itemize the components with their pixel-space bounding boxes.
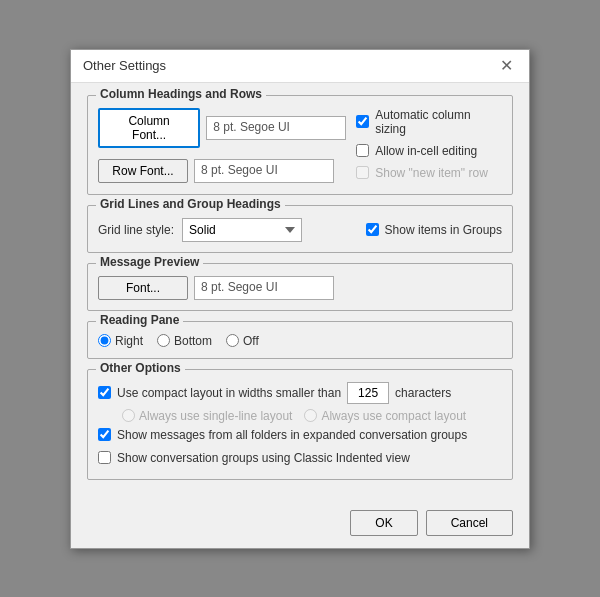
message-preview-font-row: Font... 8 pt. Segoe UI: [98, 276, 502, 300]
other-options-section: Other Options Use compact layout in widt…: [87, 369, 513, 480]
title-bar: Other Settings ✕: [71, 50, 529, 83]
show-classic-row: Show conversation groups using Classic I…: [98, 451, 502, 465]
reading-pane-right-label: Right: [115, 334, 143, 348]
auto-sizing-row: Automatic column sizing: [356, 108, 502, 136]
row-font-value: 8 pt. Segoe UI: [194, 159, 334, 183]
ok-button[interactable]: OK: [350, 510, 417, 536]
compact-layout-row: Use compact layout in widths smaller tha…: [98, 382, 502, 404]
grid-lines-label: Grid Lines and Group Headings: [96, 197, 285, 211]
column-headings-content: Column Font... 8 pt. Segoe UI Row Font..…: [98, 108, 502, 184]
message-preview-font-button[interactable]: Font...: [98, 276, 188, 300]
auto-sizing-checkbox[interactable]: [356, 115, 369, 128]
single-line-label: Always use single-line layout: [139, 409, 292, 423]
column-headings-label: Column Headings and Rows: [96, 87, 266, 101]
single-line-item: Always use single-line layout: [122, 409, 292, 423]
new-item-row-label: Show "new item" row: [375, 166, 488, 180]
reading-pane-radio-row: Right Bottom Off: [98, 334, 502, 348]
reading-pane-bottom-label: Bottom: [174, 334, 212, 348]
heading-checkboxes-col: Automatic column sizing Allow in-cell ed…: [356, 108, 502, 184]
show-classic-checkbox[interactable]: [98, 451, 111, 464]
reading-pane-right-radio[interactable]: [98, 334, 111, 347]
dialog-title: Other Settings: [83, 58, 166, 73]
new-item-row-row: Show "new item" row: [356, 166, 502, 180]
reading-pane-bottom-radio[interactable]: [157, 334, 170, 347]
new-item-row-checkbox[interactable]: [356, 166, 369, 179]
grid-lines-section: Grid Lines and Group Headings Grid line …: [87, 205, 513, 253]
show-messages-row: Show messages from all folders in expand…: [98, 428, 502, 442]
grid-line-style-label: Grid line style:: [98, 223, 174, 237]
layout-sub-radio-row: Always use single-line layout Always use…: [98, 409, 502, 423]
font-buttons-col: Column Font... 8 pt. Segoe UI Row Font..…: [98, 108, 346, 183]
reading-pane-off-label: Off: [243, 334, 259, 348]
compact-layout2-radio[interactable]: [304, 409, 317, 422]
reading-pane-off-radio[interactable]: [226, 334, 239, 347]
close-button[interactable]: ✕: [496, 58, 517, 74]
dialog-content: Column Headings and Rows Column Font... …: [71, 83, 529, 502]
compact-layout2-item: Always use compact layout: [304, 409, 466, 423]
other-options-label: Other Options: [96, 361, 185, 375]
other-options-content: Use compact layout in widths smaller tha…: [98, 382, 502, 469]
in-cell-editing-checkbox[interactable]: [356, 144, 369, 157]
in-cell-editing-row: Allow in-cell editing: [356, 144, 502, 158]
reading-pane-off-item: Off: [226, 334, 259, 348]
reading-pane-content: Right Bottom Off: [98, 334, 502, 348]
show-in-groups-row: Show items in Groups: [366, 223, 502, 237]
dialog-footer: OK Cancel: [71, 502, 529, 548]
show-in-groups-label: Show items in Groups: [385, 223, 502, 237]
reading-pane-section: Reading Pane Right Bottom Off: [87, 321, 513, 359]
column-font-button[interactable]: Column Font...: [98, 108, 200, 148]
message-preview-label: Message Preview: [96, 255, 203, 269]
row-font-button[interactable]: Row Font...: [98, 159, 188, 183]
message-preview-font-value: 8 pt. Segoe UI: [194, 276, 334, 300]
compact-layout-after-label: characters: [395, 386, 451, 400]
other-settings-dialog: Other Settings ✕ Column Headings and Row…: [70, 49, 530, 549]
column-headings-section: Column Headings and Rows Column Font... …: [87, 95, 513, 195]
grid-line-style-row: Grid line style: Solid None Dashed: [98, 218, 302, 242]
show-messages-label: Show messages from all folders in expand…: [117, 428, 467, 442]
show-messages-checkbox[interactable]: [98, 428, 111, 441]
auto-sizing-label: Automatic column sizing: [375, 108, 502, 136]
compact-layout-value-input[interactable]: [347, 382, 389, 404]
compact-layout-before-label: Use compact layout in widths smaller tha…: [117, 386, 341, 400]
show-classic-label: Show conversation groups using Classic I…: [117, 451, 410, 465]
row-font-row: Row Font... 8 pt. Segoe UI: [98, 159, 346, 183]
compact-layout2-label: Always use compact layout: [321, 409, 466, 423]
cancel-button[interactable]: Cancel: [426, 510, 513, 536]
grid-lines-content: Grid line style: Solid None Dashed Show …: [98, 218, 502, 242]
reading-pane-bottom-item: Bottom: [157, 334, 212, 348]
reading-pane-right-item: Right: [98, 334, 143, 348]
single-line-radio[interactable]: [122, 409, 135, 422]
message-preview-section: Message Preview Font... 8 pt. Segoe UI: [87, 263, 513, 311]
column-font-row: Column Font... 8 pt. Segoe UI: [98, 108, 346, 148]
column-font-value: 8 pt. Segoe UI: [206, 116, 346, 140]
show-in-groups-checkbox[interactable]: [366, 223, 379, 236]
compact-layout-checkbox[interactable]: [98, 386, 111, 399]
grid-line-style-select[interactable]: Solid None Dashed: [182, 218, 302, 242]
reading-pane-label: Reading Pane: [96, 313, 183, 327]
in-cell-editing-label: Allow in-cell editing: [375, 144, 477, 158]
message-preview-content: Font... 8 pt. Segoe UI: [98, 276, 502, 300]
